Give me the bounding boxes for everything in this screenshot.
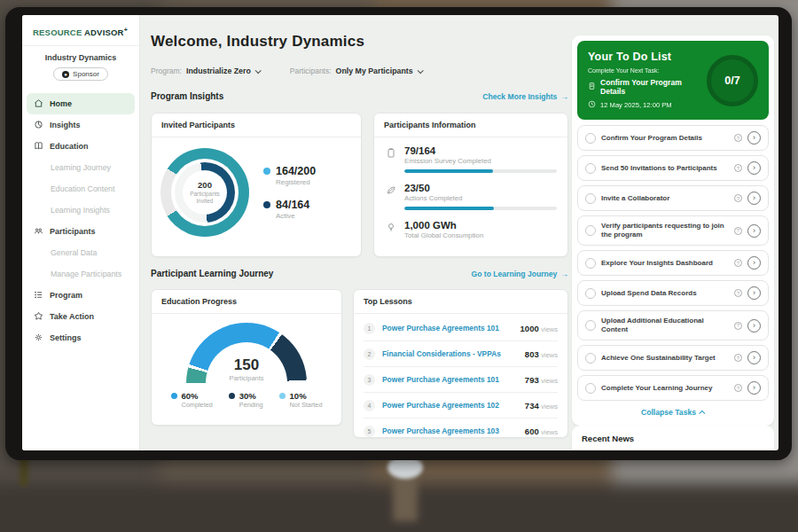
program-value: Industrialize Zero [186, 66, 251, 75]
task-checkbox[interactable] [585, 163, 596, 174]
info-icon[interactable]: ? [734, 384, 742, 392]
gauge-value: 150 [229, 356, 263, 374]
todo-next-task: Confirm Your Program Details [600, 78, 707, 96]
insights-icon [34, 120, 43, 131]
lesson-link[interactable]: Power Purchase Agreements 103 [382, 426, 518, 435]
views-suffix: views [541, 403, 558, 411]
sidebar-item-label: Manage Participants [51, 270, 121, 278]
task-confirm-program-details[interactable]: Confirm Your Program Details ? › [577, 125, 769, 151]
sidebar-item-take-action[interactable]: Take Action [27, 306, 135, 327]
check-more-insights-link[interactable]: Check More Insights → [482, 92, 568, 101]
chevron-right-icon[interactable]: › [747, 161, 761, 175]
gauge-label: Participants [229, 374, 263, 382]
sidebar-item-settings[interactable]: Settings [27, 327, 135, 348]
task-achieve-sustainability-target[interactable]: Achieve One Sustainability Target ? › [577, 345, 769, 371]
info-icon[interactable]: ? [734, 289, 742, 297]
sidebar-item-general-data[interactable]: General Data [27, 242, 135, 263]
top-lessons-card: Top Lessons 1 Power Purchase Agreements … [353, 289, 568, 438]
org-name: Industry Dynamics [27, 53, 134, 62]
task-checkbox[interactable] [585, 133, 596, 144]
sponsor-badge[interactable]: ● Sponsor [53, 67, 108, 81]
sidebar-item-education-content[interactable]: Education Content [27, 178, 135, 200]
chevron-right-icon[interactable]: › [747, 256, 761, 270]
invited-donut-wrap: 200 Participants Invited 164/200 Registe… [152, 137, 361, 247]
education-gauge-wrap: 150 Participants 60% Completed [152, 314, 341, 414]
task-explore-insights[interactable]: Explore Your Insights Dashboard ? › [577, 250, 769, 276]
lesson-views: 734 [525, 401, 539, 411]
collapse-tasks-link[interactable]: Collapse Tasks [577, 401, 769, 420]
lesson-rank: 2 [364, 348, 375, 360]
task-upload-educational-content[interactable]: Upload Additional Educational Content ? … [577, 310, 769, 340]
filters-row: Program: Industrialize Zero Participants… [151, 66, 422, 75]
chevron-right-icon[interactable]: › [747, 224, 761, 238]
task-checkbox[interactable] [585, 353, 596, 364]
sidebar-item-education[interactable]: Education [27, 136, 135, 157]
info-label: Total Global Consumption [404, 231, 557, 239]
info-icon[interactable]: ? [734, 194, 742, 202]
chevron-right-icon[interactable]: › [747, 319, 761, 332]
lesson-link[interactable]: Financial Considerations - VPPAs [382, 349, 518, 358]
info-icon[interactable]: ? [734, 322, 742, 330]
invited-participants-card: Invited Participants 200 Participants In… [151, 113, 362, 257]
task-upload-spend-data[interactable]: Upload Spend Data Records ? › [577, 280, 769, 306]
sidebar-item-learning-journey[interactable]: Learning Journey [27, 157, 135, 178]
todo-due-date: 12 May 2025, 12:00 PM [600, 101, 672, 109]
monitor-bezel: RESOURCE ADVISOR+ Industry Dynamics ● Sp… [5, 7, 792, 460]
go-to-learning-journey-link[interactable]: Go to Learning Journey → [471, 270, 568, 278]
section-title: Participant Learning Journey [151, 269, 273, 278]
task-checkbox[interactable] [585, 258, 596, 269]
sidebar-item-label: Home [50, 99, 72, 108]
info-label: Emission Survey Completed [404, 157, 557, 165]
sidebar-item-insights[interactable]: Insights [27, 114, 135, 136]
sidebar-nav: Home Insights Education Learning Journey… [22, 90, 139, 352]
arrow-right-icon: → [560, 92, 568, 101]
task-send-invitations[interactable]: Send 50 Invitations to Participants ? › [577, 155, 769, 181]
chevron-right-icon[interactable]: › [747, 381, 761, 395]
chevron-right-icon[interactable]: › [747, 286, 761, 300]
info-icon[interactable]: ? [734, 259, 742, 267]
sidebar-item-participants[interactable]: Participants [27, 221, 135, 242]
sidebar-item-manage-participants[interactable]: Manage Participants [27, 263, 135, 285]
lesson-link[interactable]: Power Purchase Agreements 101 [382, 324, 513, 332]
info-icon[interactable]: ? [734, 227, 742, 235]
todo-subtitle: Complete Your Next Task: [588, 67, 707, 74]
org-block: Industry Dynamics ● Sponsor [22, 46, 139, 90]
sidebar-item-program[interactable]: Program [27, 285, 135, 306]
chevron-right-icon[interactable]: › [747, 131, 761, 145]
views-suffix: views [541, 428, 558, 436]
info-icon[interactable]: ? [734, 164, 742, 172]
todo-task-list: Confirm Your Program Details ? › Send 50… [577, 125, 769, 401]
card-title: Top Lessons [354, 290, 567, 314]
lesson-row: 5 Power Purchase Agreements 103 600 view… [364, 419, 558, 443]
link-label: Go to Learning Journey [471, 270, 557, 278]
sidebar-item-home[interactable]: Home [27, 93, 135, 114]
chevron-right-icon[interactable]: › [747, 351, 761, 364]
task-verify-participants[interactable]: Verify participants requesting to join t… [577, 215, 769, 246]
info-icon[interactable]: ? [734, 354, 742, 362]
lightbulb-icon [385, 220, 397, 239]
task-checkbox[interactable] [585, 225, 596, 236]
lesson-link[interactable]: Power Purchase Agreements 101 [382, 375, 518, 384]
task-checkbox[interactable] [585, 383, 596, 394]
info-icon[interactable]: ? [734, 134, 742, 142]
card-title: Education Progress [152, 290, 341, 314]
task-invite-collaborator[interactable]: Invite a Collaborator ? › [577, 185, 769, 211]
views-suffix: views [541, 351, 558, 359]
sidebar-item-label: Insights [50, 121, 81, 129]
chevron-right-icon[interactable]: › [747, 192, 761, 205]
task-complete-learning-journey[interactable]: Complete Your Learning Journey ? › [577, 375, 769, 401]
participants-dropdown[interactable]: Participants: Only My Participants [290, 66, 422, 75]
sidebar-item-learning-insights[interactable]: Learning Insights [27, 200, 135, 221]
todo-panel: Your To Do List Complete Your Next Task:… [572, 35, 774, 426]
lesson-rank: 5 [364, 426, 375, 437]
sidebar-item-label: Education [50, 142, 89, 151]
task-checkbox[interactable] [585, 288, 596, 299]
section-title: Program Insights [151, 91, 223, 101]
task-checkbox[interactable] [585, 193, 596, 204]
legend-value: 30% [239, 391, 263, 401]
task-label: Explore Your Insights Dashboard [601, 259, 729, 268]
invited-legend: 164/200 Registered 84/164 Active [263, 165, 316, 220]
lesson-link[interactable]: Power Purchase Agreements 102 [382, 401, 518, 410]
program-dropdown[interactable]: Program: Industrialize Zero [151, 66, 260, 75]
task-checkbox[interactable] [585, 320, 596, 331]
